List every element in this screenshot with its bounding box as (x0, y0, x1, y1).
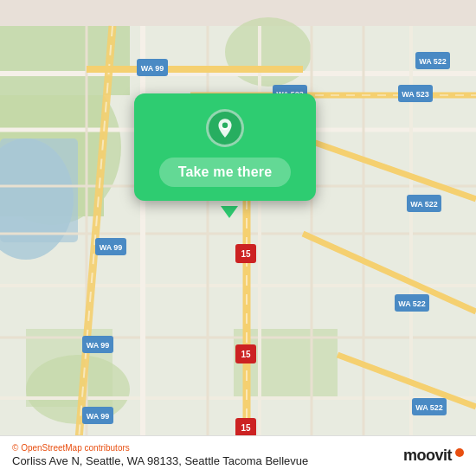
svg-text:WA 99: WA 99 (87, 412, 110, 421)
svg-text:15: 15 (241, 249, 251, 259)
location-pin-icon (214, 117, 236, 139)
svg-text:15: 15 (241, 350, 251, 359)
map-container: WA 99 WA 99 WA 99 WA 99 WA 523 WA 523 WA… (0, 0, 476, 476)
svg-text:WA 522: WA 522 (419, 57, 447, 66)
svg-rect-4 (0, 138, 78, 242)
svg-text:15: 15 (241, 423, 251, 433)
svg-text:WA 522: WA 522 (398, 299, 426, 308)
svg-text:WA 99: WA 99 (87, 341, 110, 350)
openstreetmap-link[interactable]: © OpenStreetMap contributors (12, 443, 130, 453)
svg-text:WA 99: WA 99 (141, 64, 164, 73)
copyright-text: © OpenStreetMap contributors (12, 443, 308, 453)
svg-text:WA 523: WA 523 (402, 90, 429, 99)
moovit-brand-text: moovit (403, 447, 452, 465)
address-text: Corliss Ave N, Seattle, WA 98133, Seattl… (12, 454, 308, 467)
take-me-there-button[interactable]: Take me there (159, 158, 292, 187)
svg-point-62 (222, 123, 228, 129)
moovit-dot-icon (455, 448, 464, 457)
map-background: WA 99 WA 99 WA 99 WA 99 WA 523 WA 523 WA… (0, 0, 476, 476)
popup-card: Take me there (134, 93, 316, 201)
svg-text:WA 99: WA 99 (100, 243, 123, 252)
location-icon-wrap (206, 109, 244, 147)
bottom-bar: © OpenStreetMap contributors Corliss Ave… (0, 435, 476, 476)
moovit-logo: moovit (403, 447, 464, 465)
svg-text:WA 522: WA 522 (415, 403, 443, 412)
svg-text:WA 522: WA 522 (410, 200, 438, 209)
bottom-left: © OpenStreetMap contributors Corliss Ave… (12, 443, 308, 467)
